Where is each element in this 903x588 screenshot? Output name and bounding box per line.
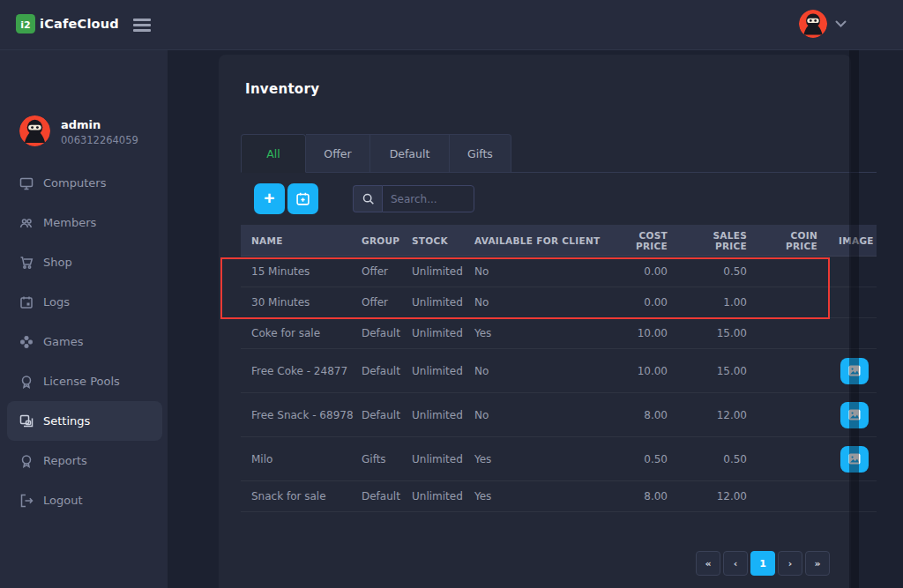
sidebar-item-logout[interactable]: Logout	[7, 480, 162, 520]
sidebar-item-label: Games	[43, 335, 83, 348]
table-row[interactable]: 30 Minutes Offer Unlimited No 0.00 1.00	[241, 287, 877, 318]
cell-available: Yes	[474, 453, 606, 465]
scrollbar-track[interactable]	[849, 50, 859, 588]
brand-logo-icon: i2	[16, 14, 35, 33]
cell-group: Offer	[362, 265, 412, 278]
pagination: « ‹ 1 › »	[696, 551, 830, 576]
cell-cost-price: 8.00	[606, 409, 685, 421]
sidebar-item-games[interactable]: Games	[7, 322, 162, 361]
cell-group: Offer	[362, 296, 412, 309]
sidebar-item-computers[interactable]: Computers	[7, 163, 162, 203]
table-row[interactable]: Free Snack - 68978 Default Unlimited No …	[241, 393, 877, 437]
sidebar-item-logs[interactable]: Logs	[7, 282, 162, 322]
page-title: Inventory	[245, 81, 319, 97]
table-row[interactable]: 15 Minutes Offer Unlimited No 0.00 0.50	[241, 257, 877, 287]
pagination-last-button[interactable]: »	[805, 551, 830, 576]
tab-gifts[interactable]: Gifts	[450, 134, 511, 173]
top-header-bar: i2 iCafeCloud	[0, 0, 903, 50]
brand-logo[interactable]: i2 iCafeCloud	[16, 14, 119, 33]
cell-available: Yes	[474, 490, 606, 502]
column-header-coin-price: COIN PRICE	[763, 230, 839, 251]
pagination-next-button[interactable]: ›	[778, 551, 802, 576]
search-input[interactable]	[382, 185, 474, 212]
cell-available: No	[474, 365, 606, 377]
cell-sales-price: 15.00	[685, 327, 763, 339]
sidebar-user-avatar	[19, 115, 50, 146]
calendar-plus-icon	[295, 191, 310, 206]
cell-sales-price: 12.00	[685, 490, 763, 502]
inventory-tabs: All Offer Default Gifts	[241, 134, 511, 173]
column-header-available: AVAILABLE FOR CLIENT	[474, 235, 606, 246]
games-icon	[19, 335, 34, 349]
badge-icon	[19, 375, 34, 389]
cell-available: No	[474, 265, 606, 278]
cell-name: Free Coke - 24877	[241, 365, 362, 377]
sidebar-item-label: Logout	[43, 494, 83, 507]
sidebar-item-label: Members	[43, 216, 96, 229]
pagination-prev-button[interactable]: ‹	[723, 551, 748, 576]
sidebar-item-license-pools[interactable]: License Pools	[7, 361, 162, 401]
user-avatar	[799, 10, 827, 38]
sidebar-user-id: 006312264059	[61, 134, 138, 146]
sidebar-item-shop[interactable]: Shop	[7, 242, 162, 282]
user-menu[interactable]	[799, 10, 847, 38]
sidebar-item-label: Computers	[43, 176, 106, 190]
app-window: i2 iCafeCloud	[0, 0, 903, 588]
tab-all[interactable]: All	[241, 134, 306, 173]
cell-name: 30 Minutes	[241, 296, 362, 309]
cell-stock: Unlimited	[412, 327, 474, 339]
cell-cost-price: 0.00	[606, 296, 685, 309]
cell-group: Default	[362, 409, 412, 421]
sidebar-item-settings[interactable]: Settings	[7, 401, 162, 441]
svg-text:i2: i2	[20, 19, 30, 31]
sidebar-user-name: admin	[61, 118, 138, 131]
search-bar	[353, 185, 474, 212]
members-icon	[19, 216, 34, 230]
cell-cost-price: 0.50	[606, 453, 685, 465]
layers-icon	[19, 414, 34, 428]
menu-toggle-icon[interactable]	[133, 19, 151, 32]
sidebar-item-label: Logs	[43, 295, 70, 309]
cell-group: Default	[362, 327, 412, 339]
cell-available: No	[474, 296, 606, 309]
cell-name: Coke for sale	[241, 327, 362, 339]
sidebar-item-label: Shop	[43, 256, 72, 269]
report-badge-icon	[19, 454, 34, 468]
sidebar-nav: Computers Members Shop Logs	[0, 163, 168, 520]
table-header-row: NAME GROUP STOCK AVAILABLE FOR CLIENT CO…	[241, 225, 877, 257]
tab-offer[interactable]: Offer	[306, 134, 370, 173]
tab-default[interactable]: Default	[370, 134, 450, 173]
sidebar-item-reports[interactable]: Reports	[7, 441, 162, 480]
cell-stock: Unlimited	[412, 490, 474, 502]
cell-group: Default	[362, 365, 412, 377]
add-offer-button[interactable]	[287, 183, 318, 214]
column-header-sales-price: SALES PRICE	[685, 230, 763, 251]
cell-available: No	[474, 409, 606, 421]
cell-sales-price: 0.50	[685, 453, 763, 465]
cell-stock: Unlimited	[412, 409, 474, 421]
table-row[interactable]: Milo Gifts Unlimited Yes 0.50 0.50	[241, 437, 877, 481]
cell-name: Free Snack - 68978	[241, 409, 362, 421]
column-header-group: GROUP	[362, 235, 412, 246]
cell-available: Yes	[474, 327, 606, 339]
cell-name: 15 Minutes	[241, 265, 362, 278]
table-row[interactable]: Snack for sale Default Unlimited Yes 8.0…	[241, 481, 877, 512]
sidebar-item-label: License Pools	[43, 375, 120, 388]
cart-icon	[19, 256, 34, 270]
add-item-button[interactable]: +	[254, 183, 285, 214]
search-icon	[353, 185, 382, 212]
column-header-name: NAME	[241, 235, 362, 246]
brand-name: iCafeCloud	[40, 17, 119, 31]
table-row[interactable]: Free Coke - 24877 Default Unlimited No 1…	[241, 349, 877, 393]
sidebar-item-members[interactable]: Members	[7, 203, 162, 242]
column-header-cost-price: COST PRICE	[606, 230, 685, 251]
pagination-page-1-button[interactable]: 1	[750, 551, 775, 576]
cell-group: Gifts	[362, 453, 412, 465]
cell-group: Default	[362, 490, 412, 502]
cell-sales-price: 12.00	[685, 409, 763, 421]
sidebar-user-card: admin 006312264059	[19, 115, 138, 146]
cell-stock: Unlimited	[412, 296, 474, 309]
pagination-first-button[interactable]: «	[696, 551, 720, 576]
table-row[interactable]: Coke for sale Default Unlimited Yes 10.0…	[241, 318, 877, 349]
cell-sales-price: 15.00	[685, 365, 763, 377]
